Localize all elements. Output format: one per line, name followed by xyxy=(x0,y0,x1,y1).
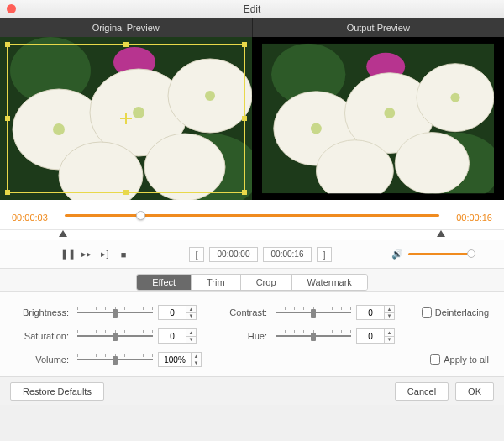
preview-area xyxy=(0,37,504,200)
contrast-input[interactable] xyxy=(356,305,385,320)
contrast-down[interactable]: ▼ xyxy=(385,313,394,320)
crop-handle-tm[interactable] xyxy=(123,42,129,47)
tab-bar: Effect Trim Crop Watermark xyxy=(0,269,504,292)
contrast-spinbox[interactable]: ▲▼ xyxy=(356,305,395,320)
restore-defaults-button[interactable]: Restore Defaults xyxy=(10,382,104,401)
crop-handle-tr[interactable] xyxy=(242,42,247,47)
output-preview xyxy=(252,37,504,200)
hue-up[interactable]: ▲ xyxy=(385,329,394,337)
original-preview-label: Original Preview xyxy=(0,18,253,37)
crop-center-icon[interactable] xyxy=(120,113,132,124)
crop-handle-bm[interactable] xyxy=(123,190,129,195)
saturation-slider[interactable] xyxy=(77,330,153,342)
window-title: Edit xyxy=(244,3,261,15)
hue-down[interactable]: ▼ xyxy=(385,337,394,344)
volume-input[interactable] xyxy=(158,352,192,367)
set-end-button[interactable]: ] xyxy=(317,247,332,262)
close-window-icon[interactable] xyxy=(7,4,16,13)
volume-up[interactable]: ▲ xyxy=(192,353,201,360)
bottom-bar: Restore Defaults Cancel OK xyxy=(0,376,504,405)
playhead[interactable] xyxy=(136,211,145,220)
output-preview-label: Output Preview xyxy=(253,18,505,37)
output-image xyxy=(262,44,494,193)
crop-handle-bl[interactable] xyxy=(5,190,10,195)
deinterlacing-checkbox[interactable] xyxy=(422,307,432,318)
cancel-button[interactable]: Cancel xyxy=(395,382,449,401)
volume-icon[interactable]: 🔊 xyxy=(391,249,403,260)
timeline-slider[interactable] xyxy=(65,210,439,225)
volume-slider[interactable] xyxy=(408,253,475,255)
total-time: 00:00:16 xyxy=(446,213,492,223)
trim-end-marker[interactable] xyxy=(437,230,445,237)
timeline-row: 00:00:03 00:00:16 xyxy=(0,200,504,230)
saturation-label: Saturation: xyxy=(15,331,72,341)
effects-panel: Brightness: ▲▼ Contrast: ▲▼ Deinterlacin… xyxy=(0,292,504,376)
contrast-slider[interactable] xyxy=(276,307,351,318)
volume-down[interactable]: ▼ xyxy=(192,360,201,367)
trim-start-marker[interactable] xyxy=(59,230,67,237)
volume-effect-slider[interactable] xyxy=(77,354,153,365)
svg-point-20 xyxy=(395,133,469,194)
volume-thumb[interactable] xyxy=(467,249,475,258)
crop-box[interactable] xyxy=(7,44,245,193)
set-start-button[interactable]: [ xyxy=(189,247,204,262)
tab-trim[interactable]: Trim xyxy=(192,275,241,290)
tab-effect[interactable]: Effect xyxy=(137,275,192,290)
contrast-label: Contrast: xyxy=(222,307,270,318)
trim-markers xyxy=(0,230,504,240)
volume-spinbox[interactable]: ▲▼ xyxy=(158,352,202,367)
deinterlacing-label: Deinterlacing xyxy=(435,307,489,318)
pause-icon[interactable]: ❚❚ xyxy=(62,249,74,260)
brightness-slider[interactable] xyxy=(77,307,153,318)
brightness-down[interactable]: ▼ xyxy=(186,313,196,320)
saturation-spinbox[interactable]: ▲▼ xyxy=(158,328,197,344)
brightness-spinbox[interactable]: ▲▼ xyxy=(158,305,197,320)
saturation-down[interactable]: ▼ xyxy=(186,337,196,344)
tab-watermark[interactable]: Watermark xyxy=(292,275,367,290)
tab-crop[interactable]: Crop xyxy=(241,275,292,290)
hue-slider[interactable] xyxy=(276,330,351,342)
brightness-label: Brightness: xyxy=(15,307,72,318)
svg-point-22 xyxy=(384,108,395,118)
current-time: 00:00:03 xyxy=(12,213,58,223)
volume-label: Volume: xyxy=(15,354,72,365)
hue-label: Hue: xyxy=(222,331,270,341)
hue-spinbox[interactable]: ▲▼ xyxy=(356,328,395,344)
titlebar: Edit xyxy=(0,0,504,18)
fast-forward-icon[interactable]: ▸▸ xyxy=(81,249,92,260)
svg-point-21 xyxy=(311,123,322,134)
hue-input[interactable] xyxy=(356,328,385,344)
crop-handle-tl[interactable] xyxy=(5,42,10,47)
trim-end-input[interactable] xyxy=(263,247,312,262)
original-preview[interactable] xyxy=(0,37,252,200)
ok-button[interactable]: OK xyxy=(455,382,494,401)
crop-handle-mr[interactable] xyxy=(242,116,247,121)
saturation-input[interactable] xyxy=(158,328,186,344)
step-icon[interactable]: ▸] xyxy=(99,249,111,260)
brightness-input[interactable] xyxy=(158,305,186,320)
apply-all-checkbox[interactable] xyxy=(430,354,440,365)
crop-handle-ml[interactable] xyxy=(5,116,10,121)
preview-header: Original Preview Output Preview xyxy=(0,18,504,37)
stop-icon[interactable]: ■ xyxy=(118,249,129,260)
trim-start-input[interactable] xyxy=(209,247,258,262)
playback-controls: ❚❚ ▸▸ ▸] ■ [ ] 🔊 xyxy=(0,240,504,269)
contrast-up[interactable]: ▲ xyxy=(385,306,394,313)
brightness-up[interactable]: ▲ xyxy=(186,306,196,313)
window-lights xyxy=(7,4,16,13)
apply-all-label: Apply to all xyxy=(444,354,489,365)
saturation-up[interactable]: ▲ xyxy=(186,329,196,337)
svg-point-23 xyxy=(450,93,459,102)
crop-handle-br[interactable] xyxy=(242,190,247,195)
